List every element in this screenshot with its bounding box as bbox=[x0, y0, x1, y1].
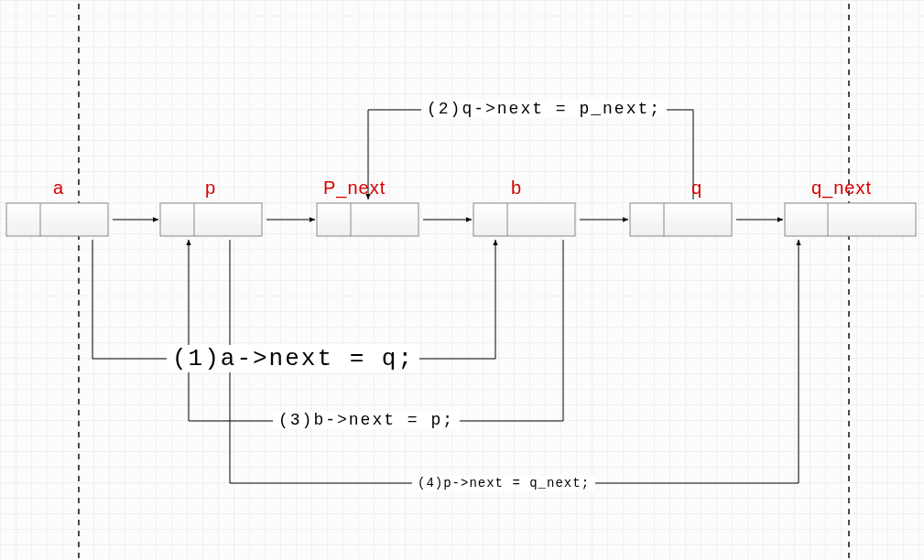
step1-label: (1)a->next = q; bbox=[167, 345, 419, 372]
node-q-next bbox=[785, 203, 916, 236]
label-q-next: q_next bbox=[811, 178, 872, 199]
node-a bbox=[6, 203, 108, 236]
step3-label: (3)b->next = p; bbox=[273, 411, 460, 429]
step2-label: (2)q->next = p_next; bbox=[421, 100, 667, 118]
svg-rect-2 bbox=[160, 203, 262, 236]
path-step2 bbox=[368, 110, 693, 199]
node-b bbox=[473, 203, 575, 236]
svg-rect-10 bbox=[785, 203, 916, 236]
label-a: a bbox=[53, 178, 64, 199]
label-b: b bbox=[511, 178, 522, 199]
label-p: p bbox=[205, 178, 216, 199]
node-q bbox=[630, 203, 732, 236]
step4-label: (4)p->next = q_next; bbox=[412, 476, 595, 490]
label-q: q bbox=[691, 178, 702, 199]
path-step3 bbox=[189, 240, 563, 421]
svg-rect-6 bbox=[473, 203, 575, 236]
path-step1 bbox=[92, 240, 495, 359]
node-p bbox=[160, 203, 262, 236]
label-p-next: P_next bbox=[323, 178, 386, 199]
svg-rect-0 bbox=[6, 203, 108, 236]
svg-rect-8 bbox=[630, 203, 732, 236]
svg-rect-4 bbox=[317, 203, 419, 236]
node-p-next bbox=[317, 203, 419, 236]
